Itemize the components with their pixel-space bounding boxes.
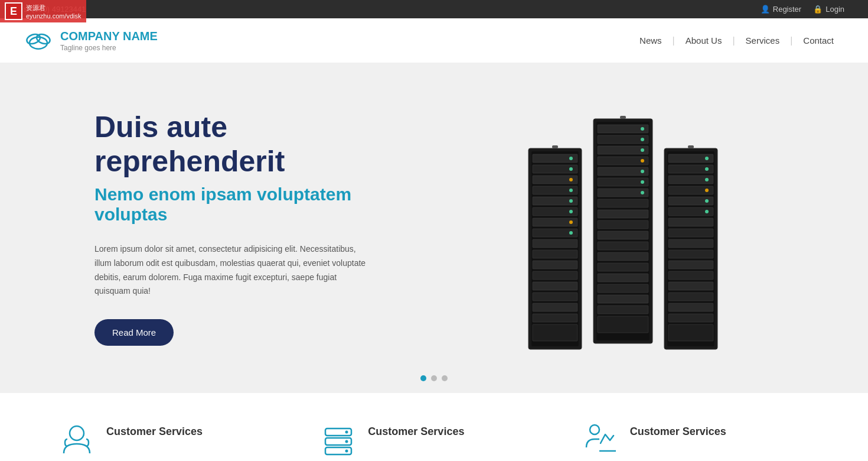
svg-point-84 bbox=[705, 210, 709, 213]
svg-point-23 bbox=[569, 167, 573, 171]
company-name-accent: NAME bbox=[123, 30, 158, 43]
company-title: COMPANY NAME bbox=[60, 28, 158, 44]
hero-body-text: Lorem ipsum dolor sit amet, consectetur … bbox=[94, 242, 366, 298]
svg-point-81 bbox=[705, 178, 709, 181]
customer-service-icon-1 bbox=[59, 423, 94, 458]
svg-point-79 bbox=[705, 157, 709, 160]
svg-point-25 bbox=[569, 189, 573, 192]
svg-rect-15 bbox=[533, 261, 577, 269]
svg-point-86 bbox=[70, 426, 84, 440]
top-bar: s: (800) 49123441 👤 Register 🔒 Login bbox=[0, 0, 868, 18]
svg-point-22 bbox=[569, 157, 573, 160]
svg-rect-85 bbox=[688, 145, 694, 148]
company-name-plain: COMPANY bbox=[60, 30, 123, 43]
svg-rect-69 bbox=[668, 229, 713, 237]
svg-rect-51 bbox=[598, 316, 648, 333]
svg-rect-48 bbox=[598, 284, 648, 293]
svg-point-82 bbox=[705, 189, 709, 192]
svg-point-0 bbox=[30, 37, 47, 49]
nav-about[interactable]: About Us bbox=[675, 33, 733, 48]
svg-rect-59 bbox=[620, 116, 626, 119]
svg-rect-78 bbox=[668, 324, 713, 341]
read-more-button[interactable]: Read More bbox=[94, 319, 174, 346]
svg-rect-47 bbox=[598, 274, 648, 282]
user-icon: 👤 bbox=[761, 5, 770, 14]
company-logo bbox=[24, 27, 53, 54]
svg-rect-74 bbox=[668, 282, 713, 290]
svg-rect-21 bbox=[533, 324, 577, 341]
svg-rect-68 bbox=[668, 218, 713, 226]
hero-image bbox=[413, 101, 868, 355]
company-tagline: Tagline goes here bbox=[60, 44, 158, 53]
svg-rect-30 bbox=[552, 145, 558, 148]
watermark-text: 资源君 eyunzhu.com/vdisk bbox=[26, 4, 81, 20]
carousel-dot-2[interactable] bbox=[431, 375, 437, 381]
svg-rect-20 bbox=[533, 314, 577, 322]
svg-point-92 bbox=[345, 450, 348, 453]
main-nav: News | About Us | Services | Contact bbox=[629, 33, 844, 48]
lock-icon: 🔒 bbox=[813, 5, 823, 14]
svg-rect-77 bbox=[668, 314, 713, 322]
svg-rect-14 bbox=[533, 250, 577, 258]
svg-point-80 bbox=[705, 167, 709, 171]
svg-rect-41 bbox=[598, 210, 648, 218]
svg-rect-46 bbox=[598, 263, 648, 271]
svg-rect-70 bbox=[668, 239, 713, 248]
svg-point-55 bbox=[641, 159, 644, 163]
svg-point-57 bbox=[641, 180, 644, 184]
svg-rect-40 bbox=[598, 199, 648, 207]
svg-point-54 bbox=[641, 148, 644, 152]
carousel-dot-1[interactable] bbox=[420, 375, 426, 381]
service-item-1: Customer Services bbox=[59, 423, 285, 458]
svg-point-91 bbox=[345, 440, 348, 443]
svg-point-52 bbox=[641, 127, 644, 131]
svg-rect-13 bbox=[533, 239, 577, 248]
svg-point-56 bbox=[641, 170, 644, 173]
nav-services[interactable]: Services bbox=[735, 33, 791, 48]
svg-point-83 bbox=[705, 199, 709, 203]
svg-rect-73 bbox=[668, 271, 713, 280]
service-item-3: Customer Services bbox=[583, 423, 809, 458]
svg-point-58 bbox=[641, 191, 644, 194]
svg-point-93 bbox=[590, 425, 599, 434]
svg-point-27 bbox=[569, 210, 573, 213]
register-link[interactable]: 👤 Register bbox=[761, 5, 801, 14]
service-title-3: Customer Services bbox=[630, 423, 726, 438]
svg-point-26 bbox=[569, 199, 573, 203]
server-racks-illustration bbox=[523, 101, 723, 355]
hero-section: Duis aute reprehenderit Nemo enom ipsam … bbox=[0, 63, 868, 393]
service-item-2: Customer Services bbox=[321, 423, 547, 458]
hero-title-sub: Nemo enom ipsam voluptatem voluptas bbox=[94, 184, 366, 225]
watermark: E 资源君 eyunzhu.com/vdisk bbox=[0, 0, 86, 22]
hero-content: Duis aute reprehenderit Nemo enom ipsam … bbox=[0, 87, 413, 369]
svg-rect-43 bbox=[598, 231, 648, 239]
nav-news[interactable]: News bbox=[629, 33, 673, 48]
svg-rect-44 bbox=[598, 242, 648, 250]
svg-rect-19 bbox=[533, 303, 577, 311]
login-link[interactable]: 🔒 Login bbox=[813, 5, 844, 14]
svg-rect-49 bbox=[598, 295, 648, 303]
hero-title-main: Duis aute reprehenderit bbox=[94, 111, 366, 178]
nav-contact[interactable]: Contact bbox=[792, 33, 844, 48]
customer-service-icon-3 bbox=[583, 423, 618, 458]
service-title-1: Customer Services bbox=[106, 423, 203, 438]
svg-rect-16 bbox=[533, 271, 577, 280]
customer-service-icon-2 bbox=[321, 423, 356, 458]
top-bar-right: 👤 Register 🔒 Login bbox=[761, 5, 844, 14]
svg-rect-75 bbox=[668, 293, 713, 301]
carousel-dots bbox=[420, 375, 448, 381]
carousel-dot-3[interactable] bbox=[442, 375, 448, 381]
svg-rect-50 bbox=[598, 306, 648, 314]
logo-area: COMPANY NAME Tagline goes here bbox=[24, 27, 158, 54]
svg-point-2 bbox=[35, 33, 51, 46]
company-name-block: COMPANY NAME Tagline goes here bbox=[60, 28, 158, 53]
svg-point-53 bbox=[641, 138, 644, 141]
svg-rect-18 bbox=[533, 293, 577, 301]
svg-point-28 bbox=[569, 220, 573, 224]
svg-rect-45 bbox=[598, 252, 648, 261]
svg-point-29 bbox=[569, 231, 573, 235]
svg-rect-17 bbox=[533, 282, 577, 290]
svg-point-90 bbox=[345, 431, 348, 434]
services-section: Customer Services Customer Services Cust… bbox=[0, 393, 868, 461]
header: COMPANY NAME Tagline goes here News | Ab… bbox=[0, 18, 868, 63]
